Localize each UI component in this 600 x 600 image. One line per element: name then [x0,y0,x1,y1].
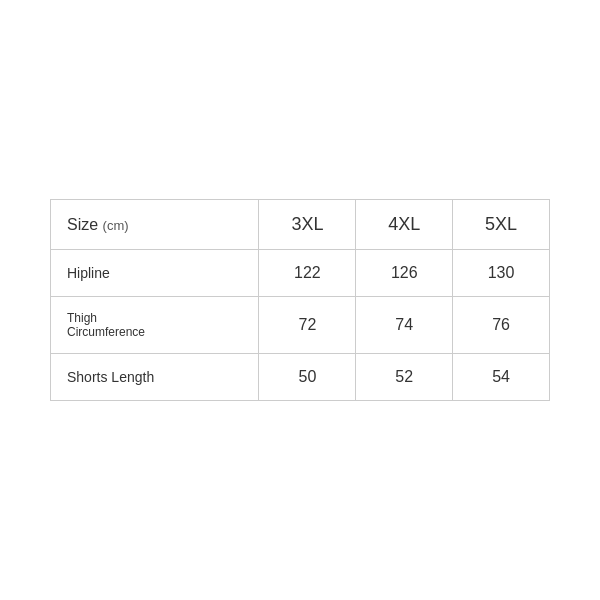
hipline-5xl: 130 [453,250,550,297]
shorts-length-4xl: 52 [356,354,453,401]
shorts-length-3xl: 50 [259,354,356,401]
shorts-length-5xl: 54 [453,354,550,401]
col2-header: 4XL [356,200,453,250]
hipline-3xl: 122 [259,250,356,297]
size-label: Size [67,216,98,233]
size-chart-table: Size (cm) 3XL 4XL 5XL Hipline 122 126 13… [50,199,550,401]
size-chart-container: Size (cm) 3XL 4XL 5XL Hipline 122 126 13… [50,199,550,401]
col3-header: 5XL [453,200,550,250]
table-row: Thigh Circumference 72 74 76 [51,297,550,354]
hipline-4xl: 126 [356,250,453,297]
thigh-5xl: 76 [453,297,550,354]
shorts-length-label: Shorts Length [51,354,259,401]
table-header-row: Size (cm) 3XL 4XL 5XL [51,200,550,250]
hipline-label: Hipline [51,250,259,297]
size-header-cell: Size (cm) [51,200,259,250]
table-row: Shorts Length 50 52 54 [51,354,550,401]
size-unit: (cm) [103,218,129,233]
thigh-3xl: 72 [259,297,356,354]
table-row: Hipline 122 126 130 [51,250,550,297]
thigh-label: Thigh Circumference [51,297,259,354]
thigh-4xl: 74 [356,297,453,354]
col1-header: 3XL [259,200,356,250]
